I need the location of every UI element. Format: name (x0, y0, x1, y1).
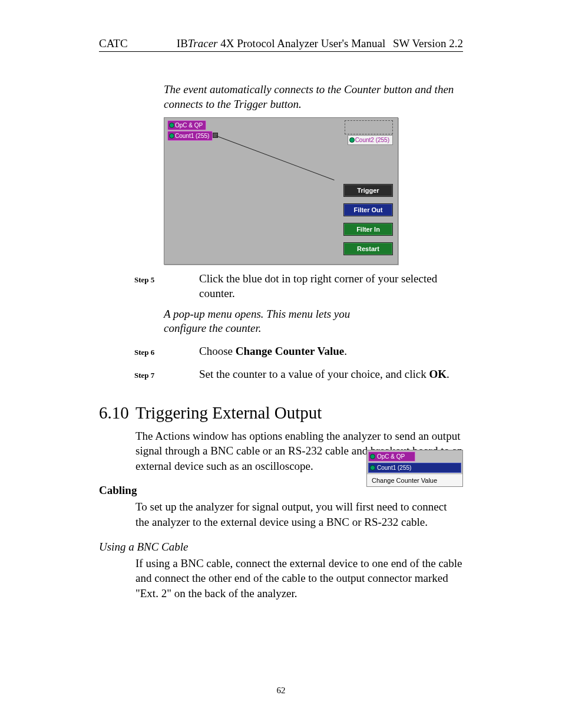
step-6-label: Step 6 (99, 348, 199, 357)
step-5-label: Step 5 (99, 275, 199, 285)
step-5: Step 5 Click the blue dot in top right c… (99, 272, 463, 301)
header-center: IBTracer 4X Protocol Analyzer User's Man… (99, 37, 463, 50)
step-5-sub: A pop-up menu opens. This menu lets you … (164, 307, 352, 336)
connection-line (216, 136, 335, 180)
step-6-body: Choose Change Counter Value. (199, 344, 463, 359)
popup-opc-qp: OpC & QP (368, 452, 415, 462)
section-title: Triggering External Output (135, 403, 322, 423)
intro-text: The event automatically connects to the … (164, 83, 463, 111)
section-number: 6.10 (99, 403, 135, 423)
counter2-block: Count2 (255) (348, 135, 393, 145)
event-opc-qp: OpC & QP (167, 120, 206, 130)
cabling-para: To set up the analyzer for signal output… (135, 499, 463, 529)
counter2-placeholder (345, 120, 393, 134)
page-number: 62 (0, 686, 562, 696)
step-6: Step 6 Choose Change Counter Value. (99, 344, 463, 359)
popup-change-counter-value: Change Counter Value (367, 474, 462, 486)
counter1-block: Count1 (255) (167, 131, 213, 141)
step-7-label: Step 7 (99, 371, 199, 380)
filter-out-button: Filter Out (343, 203, 393, 216)
actions-diagram: OpC & QP Count1 (255) Count2 (255) Trigg… (164, 117, 398, 265)
step-5-body: Click the blue dot in top right corner o… (199, 272, 463, 301)
section-heading: 6.10 Triggering External Output (99, 403, 463, 423)
restart-button: Restart (343, 242, 393, 255)
page-header: CATC IBTracer 4X Protocol Analyzer User'… (99, 37, 463, 52)
subhead-bnc: Using a BNC Cable (99, 541, 463, 554)
counter-popup-menu: OpC & QP Count1 (255) Change Counter Val… (366, 450, 463, 487)
bnc-para: If using a BNC cable, connect the extern… (135, 556, 463, 601)
trigger-button: Trigger (343, 184, 393, 197)
filter-in-button: Filter In (343, 223, 393, 236)
popup-count1: Count1 (255) (368, 463, 461, 473)
step-7: Step 7 Set the counter to a value of you… (99, 367, 463, 382)
step-7-body: Set the counter to a value of your choic… (199, 367, 463, 382)
